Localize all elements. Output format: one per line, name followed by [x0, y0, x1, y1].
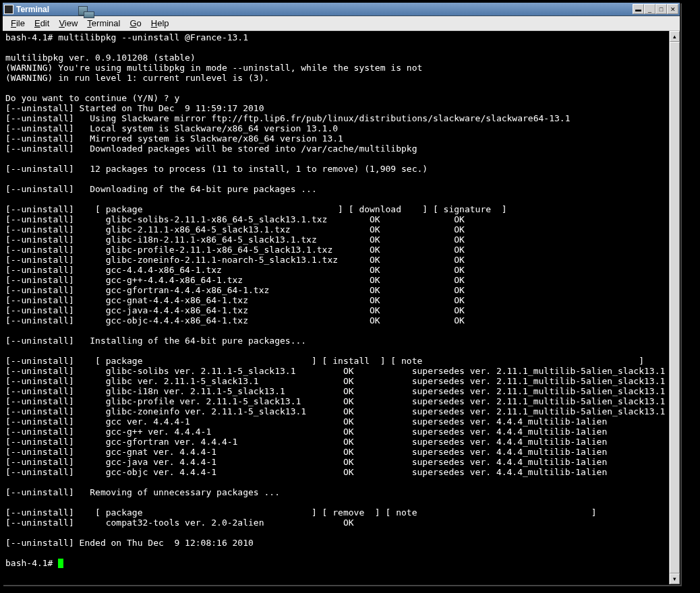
terminal-output[interactable]: bash-4.1# multilibpkg --uninstall @Franc…: [3, 31, 669, 584]
scroll-up-button[interactable]: ▴: [670, 31, 680, 42]
terminal-area: bash-4.1# multilibpkg --uninstall @Franc…: [3, 31, 680, 584]
menu-view[interactable]: View: [55, 17, 82, 30]
menubar: File Edit View Terminal Go Help: [3, 16, 680, 31]
menu-terminal[interactable]: Terminal: [83, 17, 124, 30]
cursor: [58, 559, 63, 568]
titlebar[interactable]: Terminal ▬ _ □ ✕: [3, 3, 680, 16]
close-button[interactable]: ✕: [667, 4, 678, 14]
scrollbar[interactable]: ▴ ▾: [669, 31, 680, 584]
menu-edit[interactable]: Edit: [30, 17, 53, 30]
window-title: Terminal: [16, 5, 49, 14]
shade-button[interactable]: ▬: [633, 4, 644, 14]
scroll-thumb[interactable]: [670, 42, 680, 573]
maximize-button[interactable]: □: [655, 4, 667, 14]
menu-file[interactable]: File: [7, 17, 29, 30]
titlebar-left: Terminal: [4, 5, 49, 14]
window-controls: ▬ _ □ ✕: [633, 4, 678, 14]
scroll-track[interactable]: [670, 42, 680, 573]
scroll-down-button[interactable]: ▾: [670, 573, 680, 584]
minimize-button[interactable]: _: [644, 4, 655, 14]
menu-go[interactable]: Go: [125, 17, 145, 30]
terminal-window: Terminal ▬ _ □ ✕ File Edit View Terminal…: [2, 2, 680, 585]
menu-help[interactable]: Help: [147, 17, 173, 30]
titlebar-notch: [84, 11, 94, 18]
terminal-icon: [4, 5, 13, 14]
